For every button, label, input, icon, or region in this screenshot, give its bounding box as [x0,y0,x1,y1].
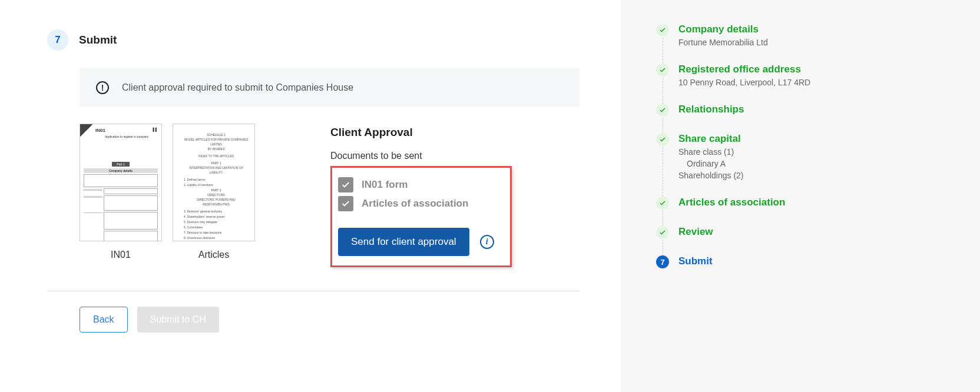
client-approval-section: Client Approval Documents to be sent IN0… [330,124,591,267]
divider [47,291,580,291]
sidebar-title: Share capital [678,133,744,145]
sidebar-title: Company details [678,24,768,35]
content-row: IN01▌▌ Application to register a company… [80,124,591,267]
doc-label-in01: IN01 [80,250,162,260]
doc-thumb-articles: SCHEDULE 1MODEL ARTICLES FOR PRIVATE COM… [173,124,255,241]
doc-check-in01-label: IN01 form [362,179,408,191]
sidebar-item-relationships[interactable]: Relationships [656,104,945,117]
doc-preview-in01[interactable]: IN01▌▌ Application to register a company… [80,124,162,267]
check-icon [656,24,669,36]
sidebar-title: Relationships [678,104,744,115]
check-icon [656,226,669,239]
highlight-box: IN01 form Articles of association Send f… [330,166,512,267]
doc-thumb-in01: IN01▌▌ Application to register a company… [80,124,162,241]
check-icon [656,104,669,117]
sidebar-item-review[interactable]: Review [656,226,945,239]
doc-check-articles[interactable]: Articles of association [338,196,504,211]
progress-sidebar: Company details Fortune Memorabilia Ltd … [621,0,980,392]
progress-list: Company details Fortune Memorabilia Ltd … [656,24,945,268]
step-number-icon: 7 [656,255,669,268]
doc-check-articles-label: Articles of association [362,198,468,210]
sidebar-title: Review [678,226,713,238]
doc-check-in01[interactable]: IN01 form [338,177,504,192]
main-content: 7 Submit ! Client approval required to s… [0,0,621,392]
sidebar-sub: Fortune Memorabilia Ltd [678,38,768,47]
client-approval-heading: Client Approval [330,126,591,139]
submit-to-ch-button: Submit to CH [137,307,219,333]
sidebar-item-articles[interactable]: Articles of association [656,197,945,210]
step-header: 7 Submit [47,29,591,51]
step-number-badge: 7 [47,29,68,51]
sidebar-sub: Share class (1) [678,147,744,157]
sidebar-item-submit[interactable]: 7 Submit [656,255,945,268]
back-button[interactable]: Back [80,307,128,333]
sidebar-title: Articles of association [678,197,785,208]
sidebar-sub: Shareholdings (2) [678,171,744,180]
alert-icon: ! [96,81,109,94]
send-row: Send for client approval i [338,228,504,256]
alert-text: Client approval required to submit to Co… [122,82,353,93]
doc-label-articles: Articles [173,250,255,260]
corner-fold-icon [80,124,93,137]
send-for-approval-button[interactable]: Send for client approval [338,228,469,256]
checkbox-checked-icon [338,196,353,211]
sidebar-sub: 10 Penny Road, Liverpool, L17 4RD [678,78,810,87]
check-icon [656,197,669,210]
approval-alert: ! Client approval required to submit to … [80,68,580,107]
check-icon [656,64,669,77]
info-icon[interactable]: i [480,235,494,249]
step-title: Submit [79,34,117,46]
document-previews: IN01▌▌ Application to register a company… [80,124,255,267]
sidebar-title: Submit [678,255,713,267]
sidebar-item-share-capital[interactable]: Share capital Share class (1) Ordinary A… [656,133,945,180]
docs-to-send-label: Documents to be sent [330,151,591,161]
sidebar-title: Registered office address [678,64,810,75]
sidebar-item-company-details[interactable]: Company details Fortune Memorabilia Ltd [656,24,945,47]
check-icon [656,133,669,146]
footer-buttons: Back Submit to CH [80,307,591,333]
sidebar-sub: Ordinary A [678,159,744,168]
sidebar-item-registered-office[interactable]: Registered office address 10 Penny Road,… [656,64,945,87]
doc-preview-articles[interactable]: SCHEDULE 1MODEL ARTICLES FOR PRIVATE COM… [173,124,255,267]
checkbox-checked-icon [338,177,353,192]
